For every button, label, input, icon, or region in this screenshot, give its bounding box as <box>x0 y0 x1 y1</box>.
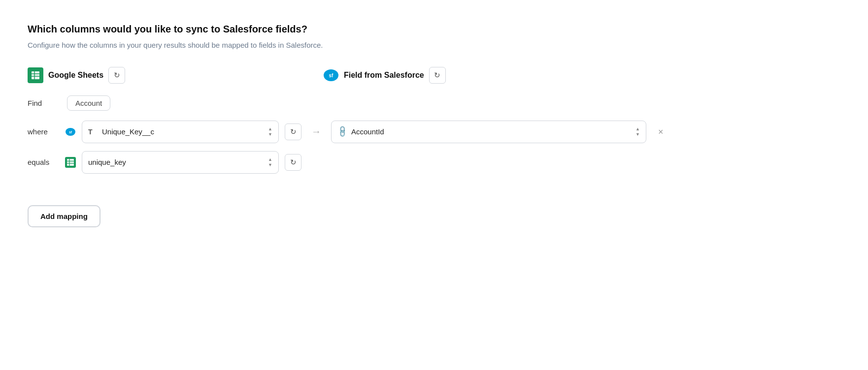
page-title: Which columns would you like to sync to … <box>28 24 840 35</box>
chevron-updown-where: ▲ ▼ <box>268 127 272 137</box>
refresh-right-button[interactable]: ↻ <box>429 67 446 84</box>
chevron-updown-dest: ▲ ▼ <box>635 127 640 137</box>
equals-field-select-wrap: unique_key ▲ ▼ <box>82 151 279 174</box>
gs-mini-icon <box>65 157 76 168</box>
right-header-label: Field from Salesforce <box>344 71 424 80</box>
dest-field-select[interactable]: AccountId <box>351 127 632 136</box>
svg-rect-10 <box>67 159 74 166</box>
refresh-where-button[interactable]: ↻ <box>285 123 301 140</box>
svg-text:sf: sf <box>69 130 72 133</box>
arrow-icon: → <box>311 126 321 137</box>
svg-text:sf: sf <box>329 73 334 78</box>
google-sheets-icon <box>28 67 43 83</box>
find-row: Find Account <box>28 95 840 111</box>
refresh-equals-button[interactable]: ↻ <box>285 154 301 171</box>
chevron-updown-equals: ▲ ▼ <box>268 157 272 167</box>
find-label: Find <box>28 99 59 107</box>
headers-row: Google Sheets ↻ sf Field from Salesforce… <box>28 67 840 84</box>
link-icon: 🔗 <box>335 125 349 139</box>
where-row: where sf T Unique_Key__c ▲ ▼ ↻ → 🔗 Accou… <box>28 121 840 143</box>
equals-label: equals <box>28 158 59 166</box>
add-mapping-button[interactable]: Add mapping <box>28 205 100 227</box>
refresh-left-button[interactable]: ↻ <box>108 67 125 84</box>
page-subtitle: Configure how the columns in your query … <box>28 40 323 51</box>
type-text-icon: T <box>88 128 98 136</box>
where-label: where <box>28 127 59 136</box>
salesforce-icon: sf <box>323 67 339 83</box>
where-field-select-wrap: T Unique_Key__c ▲ ▼ <box>82 121 279 143</box>
where-field-select[interactable]: Unique_Key__c <box>102 127 264 136</box>
left-header-label: Google Sheets <box>48 71 103 80</box>
svg-rect-1 <box>32 71 39 79</box>
equals-field-select[interactable]: unique_key <box>88 158 264 166</box>
left-header: Google Sheets ↻ <box>28 67 264 84</box>
dest-field-select-wrap: 🔗 AccountId ▲ ▼ <box>331 121 646 143</box>
equals-row: equals unique_key ▲ ▼ ↻ <box>28 151 840 174</box>
sf-mini-icon: sf <box>65 126 76 137</box>
right-header: sf Field from Salesforce ↻ <box>323 67 446 84</box>
close-button[interactable]: × <box>656 125 666 138</box>
account-badge[interactable]: Account <box>67 95 110 111</box>
